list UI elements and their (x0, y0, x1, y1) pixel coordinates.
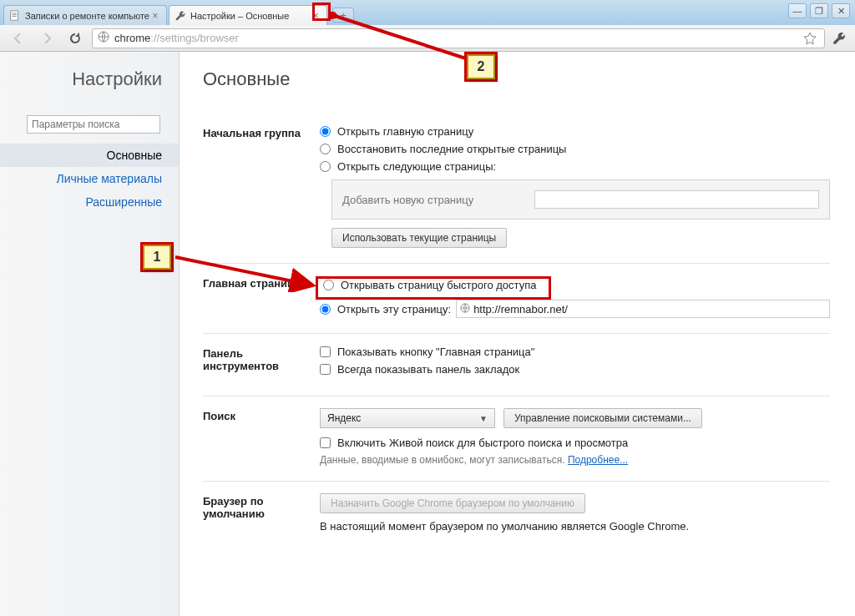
always-show-bookmarks-check[interactable]: Всегда показывать панель закладок (320, 363, 830, 376)
section-search-label: Поиск (203, 408, 320, 466)
section-startup-label: Начальная группа (203, 125, 320, 248)
address-bar[interactable]: chrome://settings/browser (92, 28, 825, 48)
sidebar-item-basic[interactable]: Основные (0, 144, 179, 167)
home-url-input[interactable]: http://remnabor.net/ (456, 300, 830, 318)
wrench-icon (175, 10, 186, 22)
page-icon (9, 10, 21, 22)
window-controls: — ❐ ✕ (788, 3, 850, 18)
url-scheme: chrome (114, 32, 150, 44)
search-engine-select[interactable]: Яндекс ▼ (320, 408, 495, 428)
browser-window: Записки о ремонте компьюте × Настройки –… (0, 0, 855, 616)
add-page-label: Добавить новую страницу (342, 194, 534, 206)
show-home-button-check[interactable]: Показывать кнопку "Главная страница" (320, 346, 830, 358)
settings-main: Основные Начальная группа Открыть главну… (180, 52, 855, 616)
tab-0[interactable]: Записки о ремонте компьюте × (3, 5, 167, 25)
home-radio-ntp-input[interactable] (323, 280, 334, 290)
section-default-browser-label: Браузер по умолчанию (203, 493, 320, 533)
home-radio-url[interactable]: Открыть эту страницу: (320, 303, 451, 316)
add-page-input[interactable] (534, 190, 819, 209)
new-tab-button[interactable]: + (332, 8, 354, 23)
startup-radio-restore[interactable]: Восстановить последние открытые страницы (320, 143, 830, 155)
use-current-pages-button[interactable]: Использовать текущие страницы (331, 228, 507, 248)
section-homepage-label: Главная страница (203, 275, 320, 318)
reload-button[interactable] (63, 28, 87, 48)
instant-note: Данные, вводимые в омнибокс, могут запис… (320, 454, 830, 466)
content-area: Настройки Основные Личные материалы Расш… (0, 52, 855, 616)
url-suffix: browser (200, 32, 239, 44)
startup-radio-pages-input[interactable] (320, 161, 331, 172)
tab-1-close-icon[interactable]: × (310, 10, 321, 22)
tab-1[interactable]: Настройки – Основные × (169, 5, 327, 25)
annotation-callout-1: 1 (143, 245, 171, 270)
close-window-button[interactable]: ✕ (832, 3, 850, 18)
page-title: Основные (203, 68, 830, 90)
instant-search-input[interactable] (320, 437, 331, 448)
manage-search-engines-button[interactable]: Управление поисковыми системами... (503, 408, 702, 428)
sidebar-title: Настройки (0, 68, 179, 90)
section-toolbar-label: Панель инструментов (203, 346, 320, 381)
settings-search-input[interactable] (27, 115, 160, 134)
tab-strip: Записки о ремонте компьюте × Настройки –… (0, 0, 855, 25)
tab-1-title: Настройки – Основные (190, 11, 310, 21)
startup-radio-homepage-input[interactable] (320, 126, 331, 137)
globe-icon (460, 303, 470, 316)
default-browser-status: В настоящий момент браузером по умолчани… (320, 520, 830, 533)
section-search: Поиск Яндекс ▼ Управление поисковыми сис… (203, 396, 830, 482)
maximize-button[interactable]: ❐ (810, 3, 828, 18)
search-engine-value: Яндекс (327, 412, 361, 424)
sidebar-item-personal[interactable]: Личные материалы (0, 167, 179, 190)
always-show-bookmarks-input[interactable] (320, 364, 331, 375)
tab-0-close-icon[interactable]: × (149, 10, 161, 22)
svg-rect-3 (13, 16, 17, 17)
home-url-value: http://remnabor.net/ (473, 303, 568, 316)
startup-radio-pages[interactable]: Открыть следующие страницы: (320, 160, 830, 173)
learn-more-link[interactable]: Подробнее... (568, 454, 628, 466)
settings-wrench-icon[interactable] (830, 31, 848, 46)
sidebar-item-advanced[interactable]: Расширенные (0, 190, 179, 214)
startup-radio-restore-input[interactable] (320, 144, 331, 154)
svg-rect-2 (13, 14, 17, 15)
annotation-callout-2: 2 (467, 54, 495, 79)
section-startup: Начальная группа Открыть главную страниц… (203, 114, 830, 264)
minimize-button[interactable]: — (788, 3, 807, 18)
bookmark-star-icon[interactable] (801, 32, 819, 45)
svg-rect-0 (11, 10, 18, 19)
instant-search-check[interactable]: Включить Живой поиск для быстрого поиска… (320, 437, 830, 449)
url-mid: ://settings/ (150, 32, 200, 44)
add-page-box: Добавить новую страницу (331, 179, 830, 220)
tab-0-title: Записки о ремонте компьюте (25, 11, 149, 21)
back-button[interactable] (7, 28, 30, 48)
forward-button[interactable] (35, 28, 58, 48)
nav-toolbar: chrome://settings/browser (0, 25, 855, 52)
settings-sidebar: Настройки Основные Личные материалы Расш… (0, 52, 180, 616)
globe-icon (98, 31, 109, 45)
section-default-browser: Браузер по умолчанию Назначить Google Ch… (203, 482, 830, 548)
plus-icon: + (340, 9, 347, 22)
make-default-browser-button[interactable]: Назначить Google Chrome браузером по умо… (320, 493, 585, 513)
section-homepage: Главная страница Открывать страницу быст… (203, 264, 830, 334)
home-radio-url-input[interactable] (320, 304, 331, 315)
chevron-down-icon: ▼ (479, 414, 488, 423)
section-toolbar: Панель инструментов Показывать кнопку "Г… (203, 334, 830, 396)
svg-rect-1 (13, 13, 17, 13)
show-home-button-input[interactable] (320, 346, 331, 357)
startup-radio-homepage[interactable]: Открыть главную страницу (320, 125, 830, 138)
home-radio-ntp[interactable]: Открывать страницу быстрого доступа (320, 275, 830, 295)
